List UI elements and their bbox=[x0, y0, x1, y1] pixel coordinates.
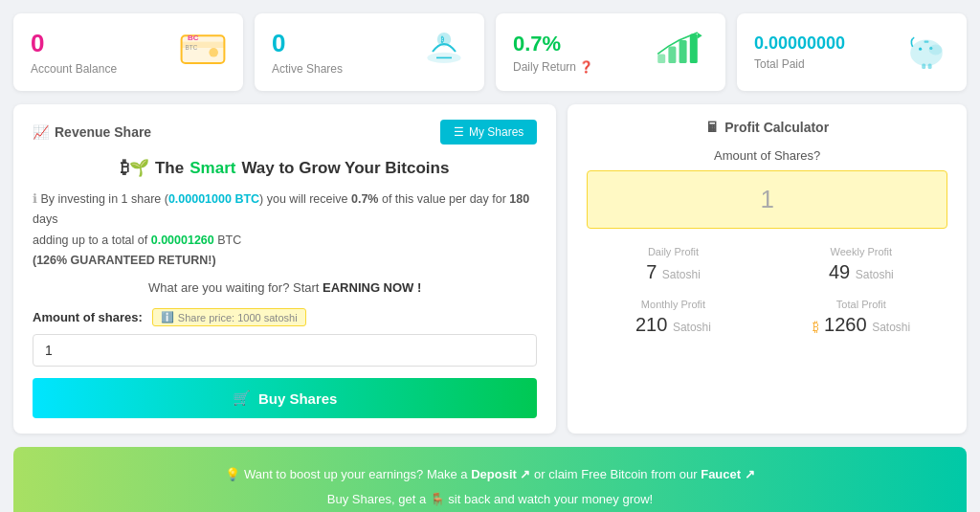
deposit-link[interactable]: Deposit ↗ bbox=[471, 467, 530, 481]
earn-now-text: What are you waiting for? Start EARNING … bbox=[33, 280, 537, 295]
svg-rect-12 bbox=[679, 40, 687, 63]
amount-of-shares-label: Amount of Shares? bbox=[587, 148, 947, 163]
daily-return-label: Daily Return ❓ bbox=[513, 60, 593, 74]
stat-card-total-paid: 0.00000000 Total Paid bbox=[737, 13, 967, 91]
stats-row: 0 Account Balance BC BTC 0 Active Shares bbox=[13, 13, 967, 91]
weekly-profit-label: Weekly Profit bbox=[775, 246, 947, 257]
monthly-profit-number: 210 bbox=[635, 314, 667, 335]
piggy-icon bbox=[903, 27, 949, 78]
cart-icon: 🛒 bbox=[233, 390, 251, 407]
profit-title-text: Profit Calculator bbox=[724, 120, 829, 135]
list-icon: ☰ bbox=[454, 125, 464, 139]
account-balance-label: Account Balance bbox=[31, 62, 117, 76]
monthly-profit-item: Monthly Profit 210 Satoshi bbox=[587, 299, 759, 336]
bulb-icon: 💡 bbox=[225, 467, 240, 481]
profit-panel-title: 🖩 Profit Calculator bbox=[587, 120, 947, 135]
total-profit-value: ₿ 1260 Satoshi bbox=[775, 314, 947, 336]
svg-rect-11 bbox=[668, 46, 676, 63]
promo-smart: Smart bbox=[189, 159, 235, 178]
banner-line2: Buy Shares, get a 🪑 sit back and watch y… bbox=[29, 487, 951, 512]
bitcoin-sprout-icon: ₿🌱 bbox=[121, 158, 149, 178]
info-icon: ℹ️ bbox=[161, 311, 174, 323]
shares-icon: ₿ bbox=[421, 29, 467, 76]
active-shares-value: 0 bbox=[272, 29, 343, 58]
chart-icon bbox=[655, 29, 708, 76]
shares-label-text: Amount of shares: bbox=[33, 310, 143, 324]
svg-rect-13 bbox=[690, 34, 698, 63]
banner-line1: 💡 Want to boost up your earnings? Make a… bbox=[29, 462, 951, 487]
my-shares-button[interactable]: ☰ My Shares bbox=[440, 120, 537, 145]
banner-line2-suf: sit back and watch your money grow! bbox=[448, 492, 653, 506]
faucet-link[interactable]: Faucet ↗ bbox=[701, 467, 755, 481]
price-badge-text: Share price: 1000 satoshi bbox=[178, 312, 298, 323]
desc-mid: ) you will receive bbox=[259, 192, 351, 206]
total-profit-unit: Satoshi bbox=[872, 321, 910, 334]
svg-rect-18 bbox=[922, 63, 925, 69]
account-balance-value: 0 bbox=[31, 29, 117, 58]
chair-icon: 🪑 bbox=[430, 492, 445, 506]
svg-text:BC: BC bbox=[188, 33, 199, 42]
promo-prefix: The bbox=[155, 159, 184, 178]
revenue-panel-header: 📈 Revenue Share ☰ My Shares bbox=[33, 120, 537, 145]
daily-profit-number: 7 bbox=[646, 261, 657, 282]
deposit-label: Deposit bbox=[471, 467, 517, 481]
monthly-profit-unit: Satoshi bbox=[673, 321, 711, 334]
monthly-profit-label: Monthly Profit bbox=[587, 299, 759, 310]
svg-text:₿: ₿ bbox=[440, 35, 444, 44]
stat-left-total-paid: 0.00000000 Total Paid bbox=[754, 33, 845, 71]
bottom-banner: 💡 Want to boost up your earnings? Make a… bbox=[13, 447, 967, 512]
my-shares-label: My Shares bbox=[469, 125, 523, 139]
external-link-icon2: ↗ bbox=[745, 467, 755, 481]
desc-total-suf: BTC bbox=[214, 234, 241, 247]
weekly-profit-unit: Satoshi bbox=[856, 268, 894, 281]
daily-profit-label: Daily Profit bbox=[587, 246, 759, 257]
banner-pre: Want to boost up your earnings? Make a bbox=[244, 467, 471, 481]
svg-point-17 bbox=[929, 47, 932, 50]
weekly-profit-item: Weekly Profit 49 Satoshi bbox=[775, 246, 947, 283]
calculator-icon: 🖩 bbox=[705, 120, 719, 135]
revenue-title-text: Revenue Share bbox=[55, 124, 151, 140]
svg-text:BTC: BTC bbox=[186, 44, 198, 51]
svg-point-7 bbox=[438, 33, 451, 46]
total-paid-label: Total Paid bbox=[754, 57, 845, 71]
promo-suffix: Way to Grow Your Bitcoins bbox=[241, 159, 449, 178]
btc-icon: ₿ bbox=[813, 319, 819, 334]
wallet-icon: BC BTC bbox=[180, 29, 226, 76]
desc-days-suf: days bbox=[33, 212, 57, 226]
stat-card-active-shares: 0 Active Shares ₿ bbox=[255, 13, 484, 91]
desc-guarantee: (126% GUARANTEED RETURN!) bbox=[33, 254, 216, 267]
revenue-panel-title: 📈 Revenue Share bbox=[33, 124, 151, 140]
buy-shares-button[interactable]: 🛒 Buy Shares bbox=[33, 378, 537, 418]
price-badge: ℹ️ Share price: 1000 satoshi bbox=[152, 308, 306, 326]
stat-left-account-balance: 0 Account Balance bbox=[31, 29, 117, 76]
promo-title: ₿🌱 The Smart Way to Grow Your Bitcoins bbox=[33, 158, 537, 178]
stat-card-daily-return: 0.7% Daily Return ❓ bbox=[496, 13, 725, 91]
faucet-label: Faucet bbox=[701, 467, 741, 481]
daily-profit-value: 7 Satoshi bbox=[587, 261, 759, 283]
total-profit-number: 1260 bbox=[824, 314, 867, 335]
amount-display: 1 bbox=[587, 170, 947, 229]
desc-suf: of this value per day for bbox=[378, 192, 509, 206]
svg-point-16 bbox=[929, 45, 942, 55]
total-paid-value: 0.00000000 bbox=[754, 33, 845, 54]
main-row: 📈 Revenue Share ☰ My Shares ₿🌱 The Smart… bbox=[13, 104, 967, 434]
total-profit-label: Total Profit bbox=[775, 299, 947, 310]
shares-input[interactable] bbox=[33, 334, 537, 367]
svg-marker-14 bbox=[698, 33, 702, 38]
stat-left-daily-return: 0.7% Daily Return ❓ bbox=[513, 32, 593, 74]
help-icon[interactable]: ❓ bbox=[579, 60, 593, 74]
banner-line2-pre: Buy Shares, get a bbox=[327, 492, 430, 506]
earn-bold: EARNING NOW ! bbox=[323, 280, 421, 295]
svg-rect-10 bbox=[657, 54, 665, 63]
total-profit-item: Total Profit ₿ 1260 Satoshi bbox=[775, 299, 947, 336]
daily-return-label-text: Daily Return bbox=[513, 60, 576, 74]
desc-total: 0.00001260 bbox=[151, 234, 214, 247]
svg-point-3 bbox=[209, 48, 218, 57]
promo-description: ℹ By investing in 1 share (0.00001000 BT… bbox=[33, 189, 537, 271]
monthly-profit-value: 210 Satoshi bbox=[587, 314, 759, 336]
desc-days: 180 bbox=[509, 192, 529, 206]
shares-label: Amount of shares: ℹ️ Share price: 1000 s… bbox=[33, 308, 537, 326]
active-shares-label: Active Shares bbox=[272, 62, 343, 76]
svg-rect-19 bbox=[928, 63, 932, 69]
revenue-panel: 📈 Revenue Share ☰ My Shares ₿🌱 The Smart… bbox=[13, 104, 556, 434]
